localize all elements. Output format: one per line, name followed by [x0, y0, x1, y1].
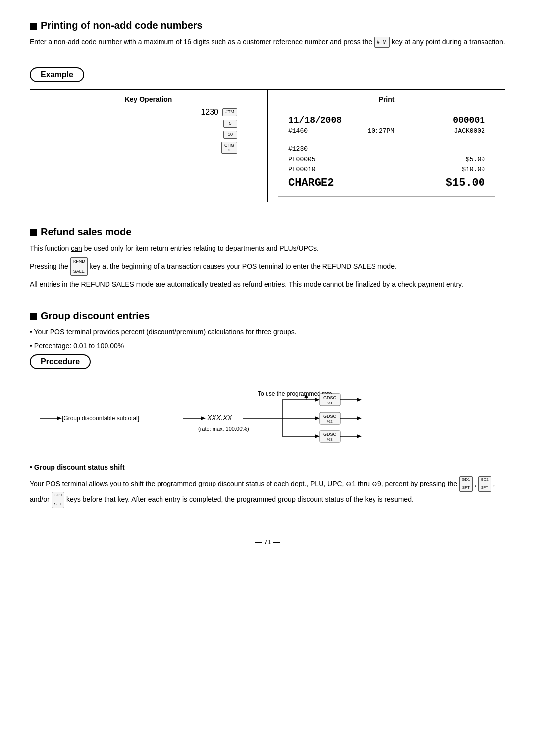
- printing-desc: Enter a non-add code number with a maxim…: [30, 36, 505, 48]
- procedure-svg: [Group discountable subtotal] XXX.XX (ra…: [30, 381, 476, 455]
- receipt-pl1: PL00005 $5.00: [288, 155, 485, 165]
- group-status-shift: • Group discount status shift Your POS t…: [30, 462, 505, 508]
- hash-tm-key: #TM: [374, 37, 390, 48]
- black-square-icon-3: [30, 313, 37, 320]
- procedure-badge: Procedure: [30, 354, 91, 369]
- group-discount-section: • Your POS terminal provides percent (di…: [30, 326, 505, 508]
- rfnd-sale-key: RFNDSALE: [70, 257, 88, 276]
- can-underline: can: [71, 244, 82, 252]
- receipt-clerk: JACK0002: [454, 126, 485, 137]
- gdsc1-bot: %1: [327, 401, 333, 405]
- key-10[interactable]: 10: [223, 131, 237, 139]
- page-number: — 71 —: [30, 538, 505, 546]
- pl2-label: PL00010: [288, 165, 316, 175]
- svg-marker-3: [201, 416, 206, 420]
- receipt-area: 11/18/2008 000001 #1460 10:27PM JACK0002…: [278, 108, 495, 197]
- key-row-2: 5: [223, 120, 237, 128]
- gd1-key: GD1SFT: [459, 476, 472, 492]
- gdsc2-top: GDSC: [323, 414, 337, 419]
- print-header: Print: [278, 95, 495, 103]
- svg-marker-21: [357, 434, 362, 438]
- key-row-3: 10: [223, 131, 237, 139]
- example-section: Example Key Operation 1230 #TM 5: [30, 67, 505, 202]
- key-hashtm[interactable]: #TM: [222, 108, 237, 116]
- print-col: Print 11/18/2008 000001 #1460 10:27PM JA…: [268, 90, 505, 202]
- key-row-4: CHG 2: [221, 142, 237, 154]
- example-badge: Example: [30, 67, 84, 82]
- svg-marker-1: [57, 416, 62, 420]
- key-number-1230: 1230: [201, 108, 218, 117]
- gd2-key: GD2SFT: [478, 476, 491, 492]
- receipt-total-line: CHARGE2 $15.00: [288, 177, 485, 189]
- gdsc3-top: GDSC: [323, 432, 337, 437]
- svg-marker-12: [315, 434, 320, 438]
- example-table: Key Operation 1230 #TM 5 10: [30, 89, 505, 202]
- gd9-key: GD9SFT: [52, 492, 64, 508]
- pl1-label: PL00005: [288, 155, 316, 165]
- receipt-store: #1460: [288, 126, 308, 137]
- group-subtotal-label: [Group discountable subtotal]: [62, 415, 139, 422]
- receipt-date-line: 11/18/2008 000001: [288, 115, 485, 125]
- key-row-1: 1230 #TM: [201, 108, 237, 117]
- key-chg2[interactable]: CHG 2: [221, 142, 237, 154]
- gdsc2-bot: %2: [327, 419, 333, 424]
- receipt-store-line: #1460 10:27PM JACK0002: [288, 126, 485, 137]
- subsection-title: • Group discount status shift: [30, 462, 505, 473]
- pl2-amount: $10.00: [462, 165, 485, 175]
- receipt-num: 000001: [453, 115, 485, 125]
- printing-intro: Enter a non-add code number with a maxim…: [30, 36, 505, 48]
- receipt-nonadd: #1230: [288, 144, 485, 155]
- receipt-time: 10:27PM: [367, 126, 394, 137]
- group-bullet2: • Percentage: 0.01 to 100.00%: [30, 340, 505, 351]
- key-op-area: 1230 #TM 5 10 CHG: [40, 108, 257, 154]
- receipt-pl2: PL00010 $10.00: [288, 165, 485, 175]
- gdsc1-top: GDSC: [323, 395, 337, 400]
- section-title-group: Group discount entries: [30, 310, 505, 322]
- refund-para2: Pressing the RFNDSALE key at the beginni…: [30, 257, 505, 276]
- key-operation-col: Key Operation 1230 #TM 5 10: [30, 90, 268, 202]
- group-bullet1: • Your POS terminal provides percent (di…: [30, 326, 505, 337]
- refund-section: This function can be used only for item …: [30, 243, 505, 290]
- refund-para1: This function can be used only for item …: [30, 243, 505, 254]
- key-operation-header: Key Operation: [40, 95, 257, 103]
- key-5[interactable]: 5: [223, 120, 237, 128]
- svg-marker-19: [357, 416, 362, 420]
- black-square-icon: [30, 23, 37, 30]
- black-square-icon-2: [30, 229, 37, 236]
- subsection-para: Your POS terminal allows you to shift th…: [30, 476, 505, 508]
- receipt-date: 11/18/2008: [288, 115, 342, 125]
- svg-marker-17: [357, 398, 362, 402]
- svg-marker-9: [315, 416, 320, 420]
- section-title-printing: Printing of non-add code numbers: [30, 20, 505, 31]
- total-label: CHARGE2: [288, 177, 334, 189]
- rate-label: (rate: max. 100.00%): [198, 426, 249, 432]
- pl1-amount: $5.00: [466, 155, 485, 165]
- section-title-refund: Refund sales mode: [30, 226, 505, 238]
- total-amount: $15.00: [446, 177, 485, 189]
- refund-para3: All entries in the REFUND SALES mode are…: [30, 279, 505, 290]
- gdsc3-bot: %3: [327, 437, 333, 442]
- xxx-label: XXX.XX: [207, 414, 232, 422]
- svg-marker-7: [315, 398, 320, 402]
- procedure-diagram: [Group discountable subtotal] XXX.XX (ra…: [30, 381, 505, 457]
